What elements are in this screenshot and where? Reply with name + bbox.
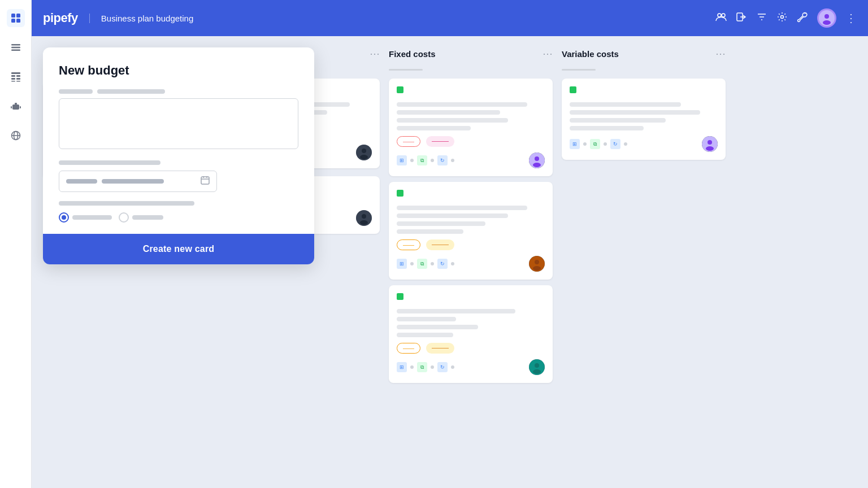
footer-dot (451, 159, 454, 162)
badge-row: —— ——— (397, 343, 545, 354)
calendar-icon[interactable] (201, 176, 210, 187)
svg-point-25 (722, 14, 725, 17)
radio-checked[interactable] (59, 212, 69, 223)
sidebar-icon-globe[interactable] (7, 127, 25, 145)
svg-point-37 (360, 155, 368, 159)
svg-point-42 (535, 156, 539, 161)
column-fixed-costs: Fixed costs ⋯ —— ——— (389, 47, 553, 477)
card-action-icon[interactable]: ↻ (610, 139, 620, 149)
card-action-icon[interactable]: ⧉ (417, 259, 427, 269)
badge-orange-light: ——— (426, 239, 454, 250)
svg-rect-18 (11, 106, 12, 108)
card-fc-2[interactable]: —— ——— ⊞ ⧉ ↻ (389, 182, 553, 280)
wrench-icon[interactable] (797, 11, 808, 25)
card-action-icon[interactable]: ⧉ (417, 155, 427, 165)
footer-dot (583, 142, 587, 146)
svg-point-30 (824, 14, 829, 19)
date-pill-2 (102, 179, 164, 184)
page-title: Business plan budgeting (89, 14, 193, 23)
card-action-icon[interactable]: ↻ (437, 259, 448, 269)
sidebar-icon-list[interactable] (7, 38, 25, 56)
svg-rect-15 (14, 106, 15, 107)
svg-rect-0 (11, 14, 15, 18)
card-footer-icons: ⊞ ⧉ ↻ (397, 155, 454, 165)
form-body: New budget (43, 47, 314, 234)
card-footer: ⊞ ⧉ ↻ (570, 136, 718, 152)
radio-option-1[interactable] (59, 212, 112, 223)
column-more-variable[interactable]: ⋯ (715, 47, 726, 60)
label-pill-2 (97, 89, 165, 94)
card-avatar (529, 152, 545, 168)
login-icon[interactable] (736, 11, 747, 25)
card-vc-1[interactable]: ⊞ ⧉ ↻ (562, 79, 726, 160)
radio-label-pill-1 (72, 215, 112, 220)
card-lines: —— ——— (397, 102, 545, 147)
sidebar-icon-grid[interactable] (7, 9, 25, 27)
svg-rect-20 (14, 108, 18, 110)
sidebar-icon-table[interactable] (7, 68, 25, 86)
card-fc-3[interactable]: —— ——— ⊞ ⧉ ↻ (389, 285, 553, 383)
badge-orange-light: ——— (426, 343, 454, 354)
column-more-fixed[interactable]: ⋯ (542, 47, 553, 60)
card-lines (570, 102, 718, 130)
filter-icon[interactable] (756, 11, 767, 25)
badge-pink: —— (397, 136, 420, 147)
user-avatar[interactable] (817, 8, 836, 28)
card-action-icon[interactable]: ⊞ (397, 155, 407, 165)
sidebar (0, 0, 32, 488)
main-area: pipefy Business plan budgeting (32, 0, 868, 488)
card-action-icon[interactable]: ⊞ (397, 259, 407, 269)
svg-rect-13 (16, 81, 20, 82)
card-lines: —— ——— (397, 309, 545, 354)
badge-orange: —— (397, 343, 420, 354)
card-title-input[interactable] (59, 98, 298, 149)
tag-green (397, 86, 403, 93)
column-underline-variable (562, 69, 596, 71)
radio-unchecked[interactable] (119, 212, 129, 223)
card-action-icon[interactable]: ⧉ (590, 139, 600, 149)
badge-row: —— ——— (397, 136, 545, 147)
svg-point-28 (781, 15, 784, 18)
footer-dot (451, 262, 454, 265)
column-header-fixed: Fixed costs ⋯ (389, 47, 553, 63)
date-label (59, 160, 160, 165)
svg-rect-53 (201, 177, 209, 184)
svg-rect-1 (16, 14, 20, 18)
svg-rect-16 (16, 106, 18, 107)
date-pill-1 (66, 179, 97, 184)
svg-rect-3 (16, 19, 20, 23)
more-icon[interactable]: ⋮ (845, 11, 857, 25)
svg-point-48 (535, 363, 539, 368)
radio-label (59, 201, 194, 206)
svg-rect-12 (11, 81, 15, 82)
svg-rect-2 (11, 19, 15, 23)
footer-dot (431, 262, 434, 265)
footer-dot (410, 262, 414, 265)
column-more-revenue[interactable]: ⋯ (370, 47, 380, 60)
card-avatar (356, 210, 372, 226)
form-title: New budget (59, 63, 298, 78)
card-action-icon[interactable]: ⧉ (417, 362, 427, 372)
settings-icon[interactable] (776, 11, 788, 25)
card-action-icon[interactable]: ↻ (437, 362, 448, 372)
tag-green (397, 293, 403, 300)
radio-row (59, 212, 298, 223)
sidebar-icon-bot[interactable] (7, 97, 25, 115)
create-card-button[interactable]: Create new card (43, 234, 314, 264)
column-underline-fixed (389, 69, 423, 71)
radio-option-2[interactable] (119, 212, 163, 223)
card-action-icon[interactable]: ⊞ (397, 362, 407, 372)
svg-rect-17 (15, 103, 17, 104)
svg-point-39 (362, 214, 366, 219)
svg-rect-5 (11, 47, 20, 49)
card-fc-1[interactable]: —— ——— ⊞ ⧉ ↻ (389, 79, 553, 176)
svg-rect-8 (11, 75, 15, 77)
date-input[interactable] (59, 171, 217, 192)
card-footer: ⊞ ⧉ ↻ (397, 152, 545, 168)
footer-dot (604, 142, 607, 146)
card-action-icon[interactable]: ↻ (437, 155, 448, 165)
card-action-icon[interactable]: ⊞ (570, 139, 580, 149)
card-avatar (356, 145, 372, 160)
people-icon[interactable] (715, 11, 727, 25)
svg-rect-11 (16, 78, 20, 80)
